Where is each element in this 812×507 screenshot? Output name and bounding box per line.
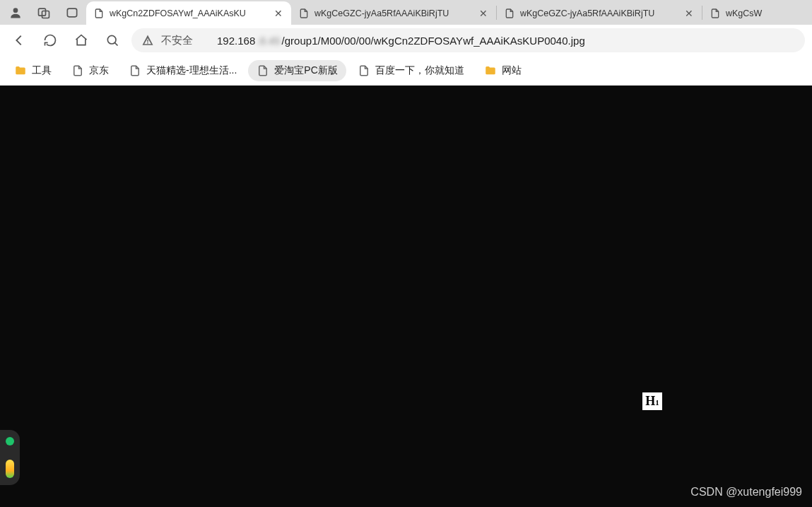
home-button[interactable] (69, 28, 93, 52)
tabs-overview-icon[interactable] (65, 6, 79, 20)
svg-rect-3 (67, 8, 76, 17)
file-icon (257, 64, 269, 77)
folder-icon (484, 64, 497, 77)
tab[interactable]: wKgCeGZC-jyAa5RfAAAiKBiRjTU ✕ (497, 1, 702, 25)
workspaces-icon[interactable] (37, 6, 51, 20)
file-icon (710, 8, 721, 19)
watermark: CSDN @xutengfei999 (690, 486, 802, 499)
url-host: 192.168 (217, 35, 255, 47)
badge-sub: 1 (655, 398, 659, 407)
search-button[interactable] (100, 28, 124, 52)
close-icon[interactable]: ✕ (478, 8, 489, 19)
bookmark-item[interactable]: 京东 (63, 60, 117, 81)
close-icon[interactable]: ✕ (683, 8, 695, 19)
bookmark-label: 工具 (32, 64, 52, 77)
tabs-container: wKgCn2ZDFOSAYwf_AAAiKAsKU ✕ wKgCeGZC-jyA… (86, 0, 812, 25)
bookmark-label: 天猫精选-理想生活... (146, 64, 237, 77)
bookmark-item[interactable]: 百度一下，你就知道 (349, 60, 473, 81)
bookmarks-bar: 工具 京东 天猫精选-理想生活... 爱淘宝PC新版 百度一下，你就知道 网站 (0, 56, 812, 86)
svg-point-4 (107, 35, 116, 44)
file-icon (504, 8, 515, 19)
side-widget[interactable] (0, 430, 20, 485)
tab[interactable]: wKgCeGZC-jyAa5RfAAAiKBiRjTU ✕ (291, 1, 496, 25)
bookmark-label: 爱淘宝PC新版 (274, 64, 337, 77)
tab-title: wKgCn2ZDFOSAYwf_AAAiKAsKU (110, 8, 268, 18)
back-button[interactable] (7, 28, 31, 52)
tab-title: wKgCsW (726, 8, 773, 18)
badge-main: H (645, 394, 655, 409)
profile-icon[interactable] (8, 6, 23, 20)
folder-icon (14, 64, 27, 77)
window-controls (4, 0, 86, 25)
bookmark-label: 网站 (502, 64, 522, 77)
file-icon (129, 64, 141, 77)
reload-button[interactable] (38, 28, 62, 52)
file-icon (71, 64, 84, 77)
file-icon (93, 8, 105, 19)
url-blurred: .8.45 (255, 35, 281, 47)
heading-badge: H1 (642, 392, 662, 410)
bookmark-folder[interactable]: 工具 (6, 60, 60, 81)
tab-title: wKgCeGZC-jyAa5RfAAAiKBiRjTU (520, 8, 678, 18)
tab[interactable]: wKgCsW (702, 1, 780, 25)
toolbar: 不安全 192.168.8.45/group1/M00/00/00/wKgCn2… (0, 25, 812, 56)
bookmark-item[interactable]: 爱淘宝PC新版 (248, 60, 346, 81)
file-icon (298, 8, 310, 19)
bookmark-folder[interactable]: 网站 (476, 60, 530, 81)
file-icon (358, 64, 370, 77)
page-content (0, 86, 812, 507)
gradient-pill-icon (6, 460, 14, 478)
address-bar[interactable]: 不安全 192.168.8.45/group1/M00/00/00/wKgCn2… (131, 28, 805, 52)
bookmark-label: 京东 (89, 64, 109, 77)
svg-point-0 (13, 8, 18, 13)
status-dot-icon (6, 437, 14, 445)
security-label: 不安全 (161, 34, 193, 47)
tab-active[interactable]: wKgCn2ZDFOSAYwf_AAAiKAsKU ✕ (86, 1, 291, 25)
tab-strip: wKgCn2ZDFOSAYwf_AAAiKAsKU ✕ wKgCeGZC-jyA… (0, 0, 812, 25)
url: 192.168.8.45/group1/M00/00/00/wKgCn2ZDFO… (217, 35, 585, 47)
insecure-icon (141, 34, 154, 47)
close-icon[interactable]: ✕ (273, 8, 284, 19)
tab-title: wKgCeGZC-jyAa5RfAAAiKBiRjTU (314, 8, 473, 18)
url-path: /group1/M00/00/00/wKgCn2ZDFOSAYwf_AAAiKA… (282, 35, 585, 47)
bookmark-label: 百度一下，你就知道 (375, 64, 464, 77)
bookmark-item[interactable]: 天猫精选-理想生活... (120, 60, 245, 81)
